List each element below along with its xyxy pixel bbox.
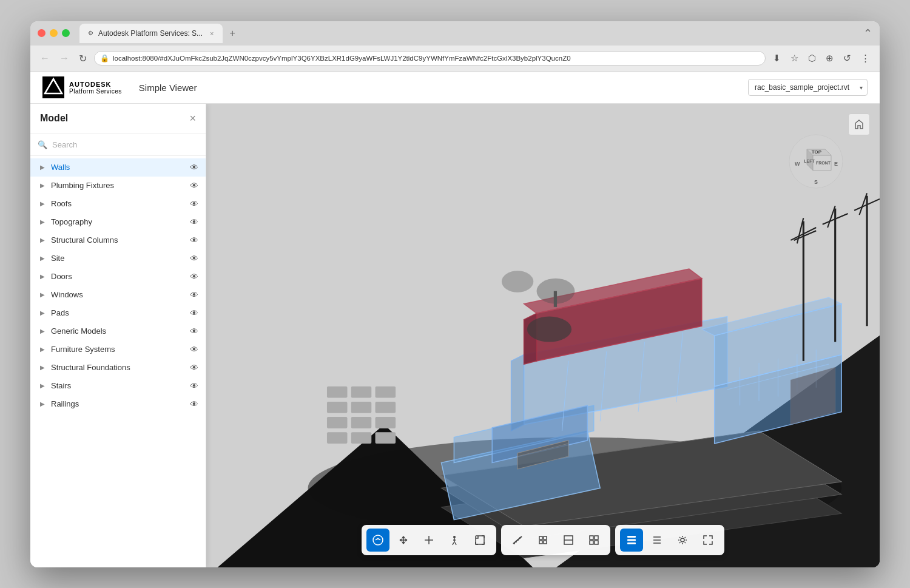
eye-icon-railings[interactable]: 👁 [190, 399, 198, 409]
eye-icon-structural-columns[interactable]: 👁 [190, 235, 198, 245]
svg-rect-84 [595, 536, 598, 539]
eye-icon-site[interactable]: 👁 [190, 254, 198, 263]
model-browser-btn[interactable] [582, 529, 605, 552]
eye-icon-topography[interactable]: 👁 [190, 217, 198, 227]
svg-rect-45 [376, 432, 396, 444]
viewcube[interactable]: TOP LEFT FRONT W E S [789, 134, 843, 189]
eye-icon-structural-foundations[interactable]: 👁 [190, 363, 198, 373]
tree-item-walls[interactable]: ▶ Walls 👁 [30, 158, 206, 177]
tree-label-structural-columns: Structural Columns [51, 235, 185, 245]
sync-icon[interactable]: ↺ [841, 50, 854, 66]
panel-header: Model × [30, 104, 206, 134]
menu-icon[interactable]: ⋮ [858, 50, 872, 66]
svg-marker-12 [511, 354, 524, 431]
app-content: AUTODESK Platform Services Simple Viewer… [30, 72, 880, 567]
tree-label-furniture-systems: Furniture Systems [51, 345, 185, 354]
svg-text:E: E [834, 161, 838, 167]
project-selector[interactable]: rac_basic_sample_project.rvt [748, 79, 868, 96]
tree-list: ▶ Walls 👁 ▶ Plumbing Fixtures 👁 ▶ Roofs … [30, 156, 206, 567]
tree-arrow-furniture-systems: ▶ [40, 346, 46, 353]
minimize-traffic-light[interactable] [50, 29, 58, 37]
tree-item-plumbing-fixtures[interactable]: ▶ Plumbing Fixtures 👁 [30, 177, 206, 195]
close-traffic-light[interactable] [38, 29, 46, 37]
tree-item-doors[interactable]: ▶ Doors 👁 [30, 268, 206, 286]
viewer-scene[interactable]: TOP LEFT FRONT W E S [206, 104, 880, 567]
eye-icon-stairs[interactable]: 👁 [190, 381, 198, 391]
svg-rect-88 [627, 539, 636, 541]
svg-text:TOP: TOP [812, 149, 822, 155]
eye-icon-furniture-systems[interactable]: 👁 [190, 345, 198, 354]
tree-item-structural-columns[interactable]: ▶ Structural Columns 👁 [30, 231, 206, 249]
model-list-btn[interactable] [645, 529, 669, 552]
reload-btn[interactable]: ↻ [76, 50, 89, 67]
new-tab-btn[interactable]: + [225, 25, 240, 41]
extensions-icon[interactable]: ⬡ [806, 50, 818, 66]
tree-arrow-walls: ▶ [40, 164, 46, 171]
tab-close-btn[interactable]: × [210, 30, 214, 37]
tree-label-generic-models: Generic Models [51, 326, 185, 336]
panel-close-btn[interactable]: × [189, 112, 196, 125]
svg-rect-39 [376, 401, 396, 413]
fullscreen-btn[interactable] [696, 529, 720, 552]
viewer-area: TOP LEFT FRONT W E S [206, 104, 880, 567]
maximize-traffic-light[interactable] [62, 29, 70, 37]
tree-item-topography[interactable]: ▶ Topography 👁 [30, 213, 206, 231]
eye-icon-generic-models[interactable]: 👁 [190, 326, 198, 336]
main-area: Model × 🔍 ▶ Walls 👁 ▶ Plumbing Fixtures … [30, 104, 880, 567]
settings-gear-btn[interactable] [671, 529, 694, 552]
tree-label-topography: Topography [51, 217, 185, 226]
measure-btn[interactable] [506, 529, 529, 552]
walk-btn[interactable] [443, 529, 466, 552]
active-tab[interactable]: ⚙ Autodesk Platform Services: S... × [79, 24, 223, 43]
back-btn[interactable]: ← [38, 50, 52, 66]
download-icon[interactable]: ⬇ [770, 50, 783, 66]
window-controls[interactable]: ⌃ [863, 27, 872, 40]
tree-arrow-structural-foundations: ▶ [40, 364, 46, 371]
tree-item-roofs[interactable]: ▶ Roofs 👁 [30, 195, 206, 213]
svg-rect-34 [327, 386, 348, 397]
svg-point-47 [502, 271, 533, 292]
panel-resize-handle[interactable] [203, 104, 206, 567]
tree-item-structural-foundations[interactable]: ▶ Structural Foundations 👁 [30, 359, 206, 377]
tree-arrow-topography: ▶ [40, 218, 46, 225]
eye-icon-doors[interactable]: 👁 [190, 272, 198, 282]
zoom-btn[interactable] [417, 529, 440, 552]
pan-btn[interactable] [392, 529, 415, 552]
search-input[interactable] [52, 140, 198, 149]
svg-rect-43 [327, 432, 348, 444]
project-selector-wrapper: rac_basic_sample_project.rvt ▾ [748, 79, 868, 96]
tree-item-pads[interactable]: ▶ Pads 👁 [30, 304, 206, 322]
profile-icon[interactable]: ⊕ [823, 50, 836, 66]
tree-arrow-pads: ▶ [40, 309, 46, 316]
forward-btn[interactable]: → [57, 50, 72, 66]
svg-rect-37 [327, 401, 348, 413]
tree-item-site[interactable]: ▶ Site 👁 [30, 249, 206, 268]
svg-text:FRONT: FRONT [816, 161, 831, 165]
properties-btn[interactable] [620, 529, 643, 552]
tree-item-railings[interactable]: ▶ Railings 👁 [30, 395, 206, 413]
eye-icon-windows[interactable]: 👁 [190, 290, 198, 300]
eye-icon-roofs[interactable]: 👁 [190, 199, 198, 209]
traffic-lights [38, 29, 70, 37]
fit-btn[interactable] [468, 529, 491, 552]
logo-platform-text: Platform Services [69, 88, 122, 95]
eye-icon-walls[interactable]: 👁 [190, 163, 198, 172]
app-header: AUTODESK Platform Services Simple Viewer… [30, 72, 880, 104]
bookmark-icon[interactable]: ☆ [788, 50, 801, 66]
browser-window: ⚙ Autodesk Platform Services: S... × + ⌃… [30, 21, 880, 567]
tree-item-stairs[interactable]: ▶ Stairs 👁 [30, 377, 206, 395]
app-title: Simple Viewer [139, 83, 197, 93]
home-btn[interactable] [848, 113, 870, 135]
section-btn[interactable] [557, 529, 580, 552]
tree-label-site: Site [51, 254, 185, 263]
svg-rect-80 [544, 541, 547, 544]
tree-item-windows[interactable]: ▶ Windows 👁 [30, 286, 206, 304]
tree-item-generic-models[interactable]: ▶ Generic Models 👁 [30, 322, 206, 340]
tree-item-furniture-systems[interactable]: ▶ Furniture Systems 👁 [30, 340, 206, 359]
explode-btn[interactable] [531, 529, 554, 552]
logo-text: AUTODESK Platform Services [69, 81, 122, 95]
eye-icon-plumbing-fixtures[interactable]: 👁 [190, 181, 198, 191]
address-input[interactable] [94, 51, 766, 66]
eye-icon-pads[interactable]: 👁 [190, 308, 198, 318]
orbit-btn[interactable] [366, 529, 389, 552]
